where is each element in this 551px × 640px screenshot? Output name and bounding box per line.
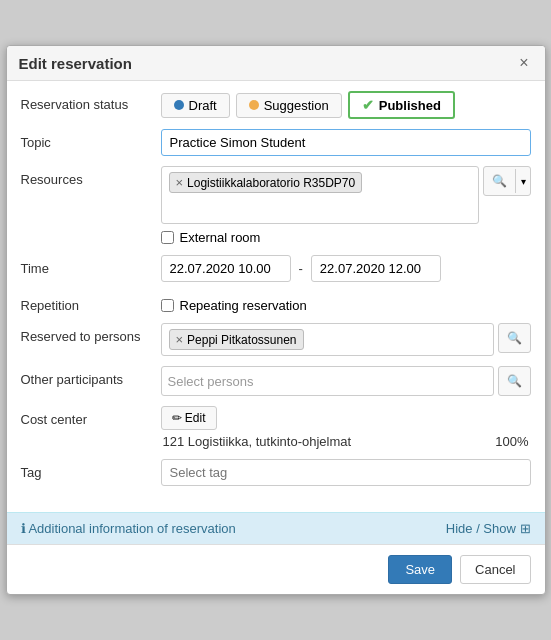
save-button[interactable]: Save: [388, 555, 452, 584]
reserved-person-remove[interactable]: ×: [176, 332, 184, 347]
resources-tag-area[interactable]: × Logistiikkalaboratorio R35DP70: [161, 166, 479, 224]
time-from-input[interactable]: [161, 255, 291, 282]
other-participants-tag-area[interactable]: Select persons: [161, 366, 494, 396]
reserved-to-content: × Peppi Pitkatossunen 🔍: [161, 323, 531, 356]
edit-reservation-modal: Edit reservation × Reservation status Dr…: [6, 45, 546, 595]
reserved-to-label: Reserved to persons: [21, 323, 161, 344]
tag-label: Tag: [21, 459, 161, 480]
published-label: Published: [379, 98, 441, 113]
tag-content: [161, 459, 531, 486]
topic-row: Topic: [21, 129, 531, 156]
modal-footer: Save Cancel: [7, 544, 545, 594]
reserved-to-tag-area[interactable]: × Peppi Pitkatossunen: [161, 323, 494, 356]
time-separator: -: [299, 261, 303, 276]
time-content: -: [161, 255, 531, 282]
published-icon: ✔: [362, 97, 374, 113]
cancel-button[interactable]: Cancel: [460, 555, 530, 584]
resource-tag-remove[interactable]: ×: [176, 175, 184, 190]
time-to-input[interactable]: [311, 255, 441, 282]
cost-center-info: 121 Logistiikka, tutkinto-ohjelmat 100%: [161, 434, 531, 449]
cost-center-edit-btn[interactable]: ✏ Edit: [161, 406, 217, 430]
reserved-to-input-group: × Peppi Pitkatossunen 🔍: [161, 323, 531, 356]
repetition-label: Repetition: [21, 292, 161, 313]
time-inputs: -: [161, 255, 531, 282]
reserved-person-tag: × Peppi Pitkatossunen: [169, 329, 304, 350]
topic-input[interactable]: [161, 129, 531, 156]
resources-search-split-btn: 🔍 ▾: [483, 166, 531, 196]
suggestion-label: Suggestion: [264, 98, 329, 113]
resources-row: Resources × Logistiikkalaboratorio R35DP…: [21, 166, 531, 245]
resource-tag-label: Logistiikkalaboratorio R35DP70: [187, 176, 355, 190]
close-button[interactable]: ×: [515, 54, 532, 72]
reserved-to-search-btn[interactable]: 🔍: [498, 323, 531, 353]
topic-content: [161, 129, 531, 156]
time-label: Time: [21, 255, 161, 276]
cost-center-name: 121 Logistiikka, tutkinto-ohjelmat: [163, 434, 352, 449]
status-suggestion-button[interactable]: Suggestion: [236, 93, 342, 118]
draft-icon: [174, 100, 184, 110]
hide-show-icon: ⊞: [520, 521, 531, 536]
reserved-to-row: Reserved to persons × Peppi Pitkatossune…: [21, 323, 531, 356]
topic-label: Topic: [21, 129, 161, 150]
status-label: Reservation status: [21, 91, 161, 112]
tag-input[interactable]: [161, 459, 531, 486]
status-group: Draft Suggestion ✔ Published: [161, 91, 531, 119]
status-draft-button[interactable]: Draft: [161, 93, 230, 118]
repeating-label: Repeating reservation: [180, 298, 307, 313]
info-bar-text: ℹ Additional information of reservation: [21, 521, 236, 536]
suggestion-icon: [249, 100, 259, 110]
hide-show-label: Hide / Show: [446, 521, 516, 536]
repetition-content: Repeating reservation: [161, 292, 531, 313]
status-published-button[interactable]: ✔ Published: [348, 91, 455, 119]
tag-row: Tag: [21, 459, 531, 486]
modal-title: Edit reservation: [19, 55, 132, 72]
other-participants-placeholder: Select persons: [168, 374, 254, 389]
other-participants-label: Other participants: [21, 366, 161, 387]
other-participants-search-btn[interactable]: 🔍: [498, 366, 531, 396]
other-participants-content: Select persons 🔍: [161, 366, 531, 396]
resources-content: × Logistiikkalaboratorio R35DP70 🔍 ▾ Ext…: [161, 166, 531, 245]
reserved-person-label: Peppi Pitkatossunen: [187, 333, 296, 347]
resources-search-main-btn[interactable]: 🔍: [484, 169, 516, 193]
cost-center-row: Cost center ✏ Edit 121 Logistiikka, tutk…: [21, 406, 531, 449]
time-row: Time -: [21, 255, 531, 282]
cost-center-label: Cost center: [21, 406, 161, 427]
modal-header: Edit reservation ×: [7, 46, 545, 81]
resources-search-dropdown-btn[interactable]: ▾: [516, 171, 531, 192]
repetition-row: Repetition Repeating reservation: [21, 292, 531, 313]
external-room-row: External room: [161, 230, 531, 245]
resources-label: Resources: [21, 166, 161, 187]
draft-label: Draft: [189, 98, 217, 113]
other-participants-input-group: Select persons 🔍: [161, 366, 531, 396]
cost-center-content: ✏ Edit 121 Logistiikka, tutkinto-ohjelma…: [161, 406, 531, 449]
cost-center-percent: 100%: [495, 434, 528, 449]
external-room-label: External room: [180, 230, 261, 245]
modal-body: Reservation status Draft Suggestion ✔ Pu…: [7, 81, 545, 506]
repeating-row: Repeating reservation: [161, 298, 531, 313]
other-participants-row: Other participants Select persons 🔍: [21, 366, 531, 396]
external-room-checkbox[interactable]: [161, 231, 174, 244]
resources-input-group: × Logistiikkalaboratorio R35DP70 🔍 ▾: [161, 166, 531, 224]
status-row: Reservation status Draft Suggestion ✔ Pu…: [21, 91, 531, 119]
info-bar: ℹ Additional information of reservation …: [7, 512, 545, 544]
repeating-checkbox[interactable]: [161, 299, 174, 312]
resource-tag-item: × Logistiikkalaboratorio R35DP70: [169, 172, 363, 193]
hide-show-link[interactable]: Hide / Show ⊞: [446, 521, 531, 536]
